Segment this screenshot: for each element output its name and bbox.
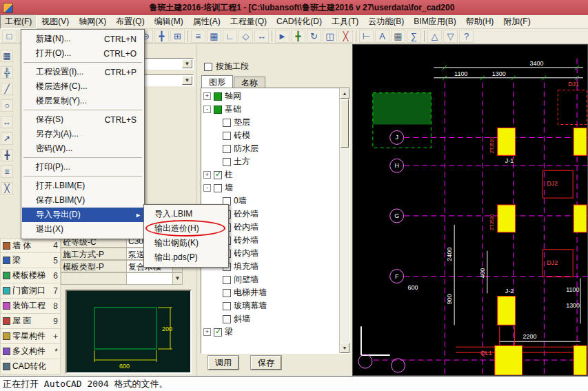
submenu-item[interactable]: 输出钢筋(K) [145,236,227,250]
tree-checkbox[interactable] [223,289,231,297]
scrollbar-thumb[interactable] [341,99,349,148]
tree-item[interactable]: 防水层 [203,142,338,155]
file-menu-item[interactable]: 保存.LBIM(V) [22,193,143,208]
tree-checkbox[interactable] [223,119,231,127]
scroll-up-icon[interactable]: ▲ [340,88,349,99]
tree-checkbox[interactable] [214,328,222,337]
tree-checkbox[interactable] [223,158,231,166]
text-icon[interactable]: A [375,30,389,43]
invoke-button[interactable]: 调用 [208,356,239,370]
menubar-item[interactable]: 附加(F) [498,14,535,29]
measure-icon[interactable]: ↔ [254,30,269,43]
tree-item[interactable]: 砖模 [203,129,338,142]
axis-grid-icon[interactable]: ▦ [1,50,13,62]
file-menu-item[interactable]: 工程设置(I)...CTRL+P [22,65,143,79]
category-item[interactable]: 装饰工程8 [0,299,61,314]
file-menu-item[interactable]: 打印(P)... [22,160,143,174]
tree-checkbox[interactable] [214,184,222,192]
cross-tool-icon[interactable]: ╋ [1,149,13,161]
erase-tool-icon[interactable]: ╳ [1,182,13,194]
calc-icon[interactable]: ∑ [407,30,421,43]
help-icon[interactable]: ? [459,30,474,43]
tree-checkbox[interactable] [223,302,231,310]
menubar-item[interactable]: 工具(T) [327,14,363,29]
ortho-icon[interactable]: ∟ [223,30,237,43]
file-menu-item[interactable]: 打开.LBIM(E) [22,179,143,193]
menubar-item[interactable]: 工程(F) [0,14,37,29]
snap-icon[interactable]: ◇ [239,30,253,43]
file-menu-item[interactable]: 新建(N)...CTRL+N [22,32,143,46]
cad-viewport[interactable]: JHGF110013003400DJ1J-1DJ2DJ2J-2220011001… [352,44,588,376]
select-icon[interactable]: ► [275,30,290,43]
axis-line-icon[interactable]: ╬ [1,66,13,79]
file-menu-item[interactable]: 楼层复制(Y)... [22,94,143,108]
tree-item[interactable]: 土方 [203,155,338,168]
menubar-item[interactable]: 帮助(H) [461,14,499,29]
category-item[interactable]: 零星构件+ [0,329,61,344]
tree-checkbox[interactable] [223,145,231,153]
menubar-item[interactable]: BIM应用(B) [409,14,460,29]
menubar-item[interactable]: 编辑(M) [150,14,188,29]
minus-expand-icon[interactable]: - [203,106,211,113]
new-file-icon[interactable]: □ [2,30,17,43]
tree-item[interactable]: 斜墙 [203,312,338,325]
tree-item[interactable]: -墙 [203,181,338,194]
plus-expand-icon[interactable]: + [203,328,211,336]
pan-icon[interactable]: ╋ [154,30,169,43]
move-icon[interactable]: ╋ [291,30,305,43]
tree-tab[interactable]: 图形 [201,75,233,88]
menubar-item[interactable]: 视图(V) [37,14,74,29]
table-icon[interactable]: ▦ [391,30,405,43]
submenu-item-export-cost[interactable]: 输出造价(H) [145,221,227,236]
scroll-down-icon[interactable]: ▼ [340,343,349,353]
diagonal-line-icon[interactable]: ╱ [1,83,13,95]
tree-item[interactable]: -基础 [203,103,338,116]
plus-expand-icon[interactable]: + [203,92,211,100]
circle-tool-icon[interactable]: ○ [1,99,13,112]
minus-expand-icon[interactable]: - [203,184,211,192]
file-menu-item[interactable]: 密码(W)... [22,141,143,156]
category-item[interactable]: 梁5 [0,253,61,268]
chevron-down-icon[interactable]: ▼ [182,76,192,85]
file-menu-item[interactable]: 保存(S)CTRL+S [22,112,143,127]
by-section-checkbox[interactable]: 按施工段 [204,61,249,72]
tree-checkbox[interactable] [214,171,222,179]
tree-item[interactable]: 间壁墙 [203,273,338,286]
file-menu-item[interactable]: 楼层选择(C)... [22,79,143,94]
delete-icon[interactable]: ╳ [338,30,353,43]
chevron-down-icon[interactable]: ▼ [182,59,192,68]
tree-item[interactable]: +轴网 [203,90,338,103]
checkbox-icon[interactable] [204,63,212,71]
category-item[interactable]: 墙 体4 [0,238,61,253]
rotate-icon[interactable]: ↻ [307,30,321,43]
view-icon[interactable]: △ [427,30,442,43]
mirror-icon[interactable]: ◫ [323,30,337,43]
tree-item[interactable]: 玻璃幕墙 [203,299,338,312]
file-menu-item[interactable]: 退出(X) [22,222,143,237]
property-value[interactable]: ▼ [126,272,183,285]
tree-item[interactable]: +梁 [203,325,338,339]
chevron-down-icon[interactable]: ▼ [172,273,182,284]
file-menu-item[interactable]: 导入导出(D)► [22,208,143,222]
tree-scrollbar[interactable]: ▲ ▼ [339,88,349,353]
category-item[interactable]: 门窗洞口7 [0,283,61,299]
submenu-item[interactable]: 输出.pds(P) [145,250,227,265]
submenu-item[interactable]: 导入.LBIM [145,207,227,221]
category-item[interactable]: 楼板楼梯6 [0,268,61,283]
menubar-item[interactable]: CAD转化(D) [272,14,327,29]
leader-tool-icon[interactable]: ↗ [1,132,13,145]
menubar-item[interactable]: 轴网(X) [74,14,111,29]
menubar-item[interactable]: 布置(Q) [111,14,149,29]
menubar-item[interactable]: 属性(A) [188,14,225,29]
dimension-icon[interactable]: ⊢ [359,30,374,43]
dimension-tool-icon[interactable]: ↔ [1,116,13,128]
menubar-item[interactable]: 工程量(Q) [225,14,272,29]
file-menu-item[interactable]: 打开(O)...CTRL+O [22,46,143,61]
zoom-window-icon[interactable]: ⊞ [170,30,185,43]
tree-checkbox[interactable] [223,132,231,140]
tree-item[interactable]: +柱 [203,168,338,181]
grid-icon[interactable]: ▦ [207,30,221,43]
layers-icon[interactable]: ≡ [191,30,205,43]
layers-tool-icon[interactable]: ≡ [1,166,13,178]
category-item[interactable]: 多义构件* [0,344,61,359]
